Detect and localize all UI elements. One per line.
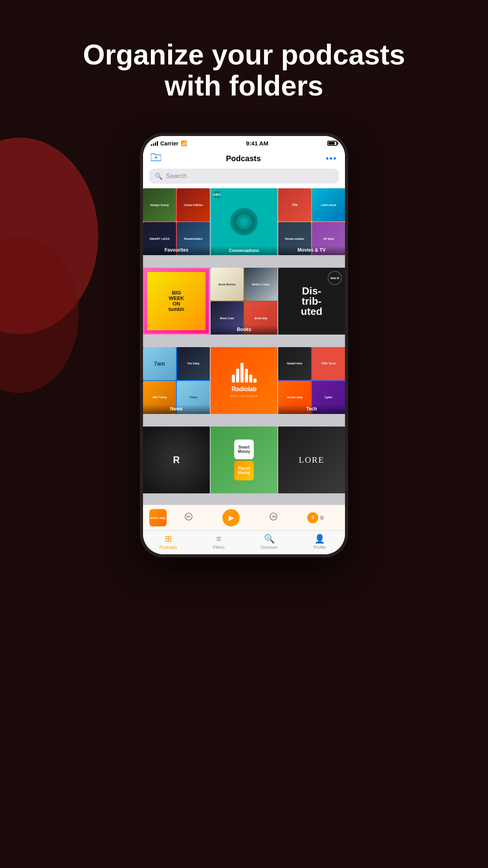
podcast-thumb: 70s bbox=[278, 188, 311, 221]
wifi-icon: 📶 bbox=[181, 140, 187, 146]
tab-discover[interactable]: 🔍 Discover bbox=[244, 534, 295, 550]
radiolab-subtitle: WNYCSTUIDOS bbox=[230, 394, 258, 398]
folder-conversations[interactable]: ABC Conversations bbox=[211, 188, 277, 255]
podcast-thumb: Writer's Voice bbox=[244, 268, 277, 301]
podcast-thumb: The Daily bbox=[177, 347, 210, 380]
nav-title: Podcasts bbox=[226, 154, 261, 163]
now-playing-thumb: what's daily bbox=[149, 509, 167, 526]
matt-badge: Matt M bbox=[328, 271, 342, 285]
radiolab-waveform-icon bbox=[232, 363, 257, 383]
queue-controls: 3 ≡ bbox=[307, 512, 324, 523]
podcast-thumb: TED Tech bbox=[312, 347, 345, 380]
filters-tab-label: Filters bbox=[213, 545, 225, 550]
signal-bars-icon bbox=[151, 141, 158, 146]
folder-tech[interactable]: Rabbit Hole TED Tech recode daily Cyber … bbox=[278, 347, 345, 414]
conversations-spiral bbox=[230, 208, 258, 235]
status-left: Carrier 📶 bbox=[151, 140, 187, 147]
folder-movies-tv[interactable]: 70s Letter-boxd Rewat-chables Off Beat M… bbox=[278, 188, 345, 255]
discover-tab-label: Discover bbox=[261, 545, 278, 550]
filters-tab-icon: ≡ bbox=[216, 534, 221, 544]
podcast-thumb: Book Review bbox=[211, 268, 244, 301]
tab-podcasts[interactable]: ⊞ Podcasts bbox=[143, 534, 194, 550]
status-right bbox=[327, 141, 337, 146]
search-bar[interactable]: 🔍 Search bbox=[149, 169, 339, 184]
phone-mockup: Carrier 📶 9:41 AM Podca bbox=[140, 133, 348, 557]
folder-favourites[interactable]: Always Sunny Conan O'Brien SMART LESS Re… bbox=[143, 188, 210, 255]
podcast-thumb: Conan O'Brien bbox=[177, 188, 210, 221]
phone-outer: Carrier 📶 9:41 AM Podca bbox=[140, 133, 348, 557]
battery-icon bbox=[327, 141, 337, 146]
partial-artwork: R bbox=[143, 427, 210, 493]
folder-label: News bbox=[143, 405, 210, 414]
abc-logo: ABC bbox=[214, 191, 220, 198]
partial-artwork3: LORE bbox=[278, 427, 345, 493]
folder-label: Conversations bbox=[211, 246, 277, 255]
distributed-text: Dis-trib-uted bbox=[298, 283, 326, 320]
podcasts-tab-label: Podcasts bbox=[160, 545, 177, 550]
folder-partial-2[interactable]: Smart Money Planet Money bbox=[211, 427, 277, 493]
search-container: 🔍 Search bbox=[143, 169, 345, 188]
now-playing-bar: what's daily ▶ bbox=[143, 505, 345, 530]
carrier-label: Carrier bbox=[160, 140, 178, 147]
discover-tab-icon: 🔍 bbox=[264, 534, 275, 544]
skip-forward-button[interactable] bbox=[269, 512, 278, 523]
folder-label: Favourites bbox=[143, 246, 210, 255]
queue-list-icon[interactable]: ≡ bbox=[320, 514, 324, 522]
phone-inner: Carrier 📶 9:41 AM Podca bbox=[143, 136, 345, 554]
folder-partial-1[interactable]: R bbox=[143, 427, 210, 493]
folder-label: Tech bbox=[278, 405, 345, 414]
folder-partial-3[interactable]: LORE bbox=[278, 427, 345, 493]
folder-radiolab[interactable]: Radiolab WNYCSTUIDOS bbox=[211, 347, 277, 414]
podcast-thumb: Rabbit Hole bbox=[278, 347, 311, 380]
playback-controls: ▶ 3 ≡ bbox=[170, 509, 339, 526]
add-folder-button[interactable] bbox=[151, 153, 161, 164]
headline-line1: Organize your podcasts bbox=[83, 39, 405, 70]
folder-distributed[interactable]: Dis-trib-uted Matt M bbox=[278, 268, 345, 335]
folder-news[interactable]: 7am The Daily ABC Today Today News bbox=[143, 347, 210, 414]
profile-tab-icon: 👤 bbox=[314, 534, 325, 544]
podcast-thumb: Letter-boxd bbox=[312, 188, 345, 221]
queue-badge[interactable]: 3 bbox=[307, 512, 318, 523]
status-bar: Carrier 📶 9:41 AM bbox=[143, 136, 345, 150]
search-icon: 🔍 bbox=[155, 173, 163, 180]
nav-header: Podcasts ••• bbox=[143, 150, 345, 169]
folder-tumblr[interactable]: BIGWEEKONtumblr bbox=[143, 268, 210, 335]
headline-line2: with folders bbox=[165, 70, 323, 101]
folder-books[interactable]: Book Review Writer's Voice Book Case Boo… bbox=[211, 268, 277, 335]
more-button[interactable]: ••• bbox=[326, 153, 337, 164]
podcast-thumb: Always Sunny bbox=[143, 188, 176, 221]
status-time: 9:41 AM bbox=[246, 140, 268, 147]
play-icon: ▶ bbox=[229, 513, 234, 522]
radiolab-title: Radiolab bbox=[231, 386, 257, 393]
tab-filters[interactable]: ≡ Filters bbox=[194, 534, 244, 550]
partial-artwork2: Smart Money Planet Money bbox=[211, 427, 277, 493]
podcasts-tab-icon: ⊞ bbox=[165, 534, 172, 544]
folder-label: Books bbox=[211, 325, 277, 335]
folder-label: Movies & TV bbox=[278, 246, 345, 255]
search-placeholder: Search bbox=[166, 172, 187, 180]
folders-grid: Always Sunny Conan O'Brien SMART LESS Re… bbox=[143, 188, 345, 505]
play-button[interactable]: ▶ bbox=[222, 509, 240, 526]
page-headline: Organize your podcasts with folders bbox=[51, 39, 437, 101]
tab-bar: ⊞ Podcasts ≡ Filters 🔍 Discover 👤 Profil… bbox=[143, 530, 345, 554]
podcast-thumb: 7am bbox=[143, 347, 176, 380]
profile-tab-label: Profile bbox=[314, 545, 326, 550]
skip-back-button[interactable] bbox=[184, 512, 193, 523]
grid-container: Always Sunny Conan O'Brien SMART LESS Re… bbox=[143, 188, 345, 505]
tumblr-artwork: BIGWEEKONtumblr bbox=[147, 272, 205, 330]
tab-profile[interactable]: 👤 Profile bbox=[295, 534, 345, 550]
